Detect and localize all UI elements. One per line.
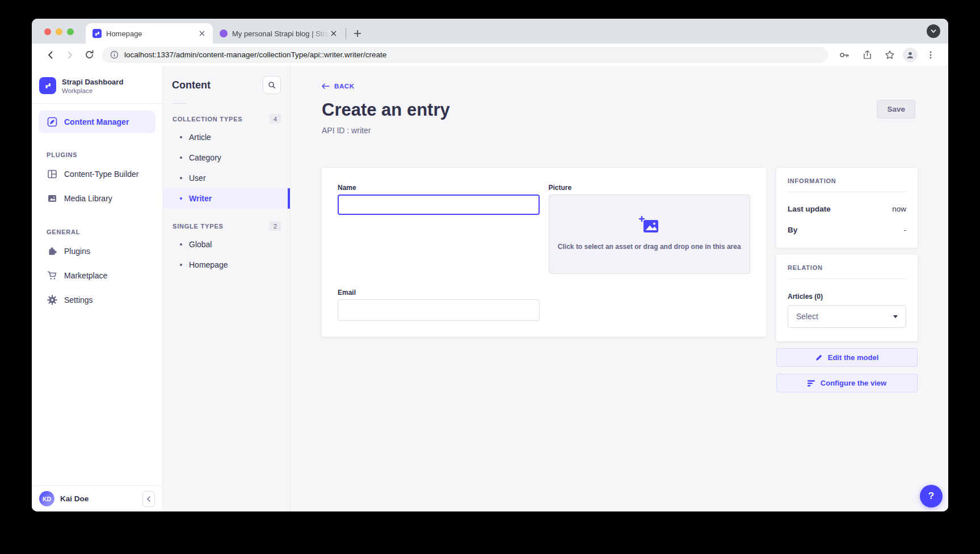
sidebar-item-plugins[interactable]: Plugins xyxy=(39,239,155,263)
last-update-value: now xyxy=(892,205,906,213)
save-button[interactable]: Save xyxy=(877,100,915,119)
name-field-group: Name xyxy=(338,184,540,274)
subnav-item-category[interactable]: Category xyxy=(163,147,290,168)
browser-menu-icon[interactable] xyxy=(921,45,940,65)
share-icon[interactable] xyxy=(857,45,877,65)
edit-model-label: Edit the model xyxy=(828,353,879,362)
subnav-item-label: Article xyxy=(189,133,211,142)
strapi-logo-icon xyxy=(39,77,56,94)
bookmark-star-icon[interactable] xyxy=(880,45,899,65)
sidebar-item-label: Plugins xyxy=(64,247,90,256)
picture-upload-dropzone[interactable]: Click to select an asset or drag and dro… xyxy=(549,194,751,274)
subnav-item-article[interactable]: Article xyxy=(163,127,290,147)
sidebar-item-content-type-builder[interactable]: Content-Type Builder xyxy=(39,162,155,186)
search-icon xyxy=(268,81,276,89)
blog-favicon-icon xyxy=(220,29,228,37)
tab-close-icon[interactable] xyxy=(197,28,207,39)
forward-icon[interactable] xyxy=(60,45,79,65)
sidebar-item-label: Media Library xyxy=(64,194,112,203)
relation-title: RELATION xyxy=(788,264,906,271)
back-link[interactable]: BACK xyxy=(322,83,355,90)
configure-view-button[interactable]: Configure the view xyxy=(776,374,918,392)
bullet-icon xyxy=(180,197,182,200)
last-update-row: Last update now xyxy=(788,205,906,213)
user-bar: KD Kai Doe xyxy=(32,485,162,511)
brand-title: Strapi Dashboard xyxy=(62,78,123,86)
cart-icon xyxy=(47,270,57,281)
information-title: INFORMATION xyxy=(788,177,906,184)
image-icon xyxy=(47,193,57,204)
close-window-button[interactable] xyxy=(44,28,51,35)
articles-select[interactable]: Select xyxy=(788,305,906,328)
relation-card: RELATION Articles (0) Select xyxy=(776,255,918,341)
subnav-item-writer[interactable]: Writer xyxy=(163,188,290,209)
brand[interactable]: Strapi Dashboard Workplace xyxy=(32,66,162,103)
information-card: INFORMATION Last update now By - xyxy=(776,168,918,248)
help-button[interactable]: ? xyxy=(920,485,943,508)
subnav-item-user[interactable]: User xyxy=(163,168,290,188)
tab-title: My personal Strapi blog | Strap xyxy=(232,29,329,38)
subnav-item-label: Global xyxy=(189,240,212,249)
name-label: Name xyxy=(338,184,540,192)
main-sidebar: Strapi Dashboard Workplace Content Manag… xyxy=(32,66,163,511)
configure-view-label: Configure the view xyxy=(821,379,886,387)
subnav-item-label: Homepage xyxy=(189,260,228,269)
pen-icon xyxy=(47,117,57,127)
tab-homepage[interactable]: Homepage xyxy=(86,23,213,44)
content-subnav: Content COLLECTION TYPES 4 Article xyxy=(163,66,291,511)
url-input[interactable]: localhost:1337/admin/content-manager/col… xyxy=(102,47,828,63)
page-title: Create an entry xyxy=(322,100,450,120)
sidebar-item-label: Content-Type Builder xyxy=(64,170,139,179)
subnav-title: Content xyxy=(172,79,211,91)
bullet-icon xyxy=(180,177,182,179)
window-controls[interactable] xyxy=(44,28,74,35)
gear-icon xyxy=(47,295,57,305)
upload-hint-text: Click to select an asset or drag and dro… xyxy=(558,242,741,252)
email-input[interactable] xyxy=(338,299,540,321)
configure-list-icon xyxy=(807,380,815,387)
main-content: BACK Create an entry Save API ID : write… xyxy=(291,66,948,511)
subnav-item-label: User xyxy=(189,174,206,183)
subnav-item-homepage[interactable]: Homepage xyxy=(163,255,290,275)
back-arrow-icon xyxy=(322,83,330,89)
user-avatar[interactable]: KD xyxy=(39,491,54,506)
minimize-window-button[interactable] xyxy=(56,28,62,35)
reload-icon[interactable] xyxy=(79,45,99,65)
new-tab-button[interactable] xyxy=(350,26,365,41)
sidebar-item-label: Marketplace xyxy=(64,271,107,280)
email-field-group: Email xyxy=(338,289,540,321)
password-key-icon[interactable] xyxy=(835,45,854,65)
sidebar-item-media-library[interactable]: Media Library xyxy=(39,186,155,210)
url-text: localhost:1337/admin/content-manager/col… xyxy=(124,50,386,59)
tab-close-icon[interactable] xyxy=(329,28,339,39)
browser-actions xyxy=(835,45,940,65)
browser-window: Homepage My personal Strapi blog | Strap xyxy=(32,19,948,511)
strapi-favicon-icon xyxy=(92,29,102,38)
edit-model-button[interactable]: Edit the model xyxy=(776,348,918,367)
search-tabs-button[interactable] xyxy=(927,24,940,38)
layout-icon xyxy=(47,169,57,179)
sidebar-section-label: PLUGINS xyxy=(47,151,162,158)
last-update-label: Last update xyxy=(788,205,831,213)
puzzle-icon xyxy=(47,246,57,256)
maximize-window-button[interactable] xyxy=(67,28,74,35)
search-button[interactable] xyxy=(263,76,281,94)
pencil-icon xyxy=(815,354,823,361)
tab-separator xyxy=(346,28,346,39)
entry-form-card: Name Picture xyxy=(322,168,766,337)
brand-subtitle: Workplace xyxy=(62,87,123,94)
sidebar-item-content-manager[interactable]: Content Manager xyxy=(39,111,155,133)
select-placeholder: Select xyxy=(796,312,818,321)
site-info-icon[interactable] xyxy=(110,50,119,59)
sidebar-item-settings[interactable]: Settings xyxy=(39,287,155,312)
by-row: By - xyxy=(788,226,906,234)
subnav-item-global[interactable]: Global xyxy=(163,234,290,255)
back-icon[interactable] xyxy=(41,45,60,65)
tab-strapi-blog[interactable]: My personal Strapi blog | Strap xyxy=(213,23,344,44)
name-input[interactable] xyxy=(338,194,540,215)
browser-profile-avatar[interactable] xyxy=(903,48,918,62)
sidebar-item-marketplace[interactable]: Marketplace xyxy=(39,263,155,287)
collapse-sidebar-button[interactable] xyxy=(142,491,155,507)
browser-toolbar: localhost:1337/admin/content-manager/col… xyxy=(32,44,948,66)
articles-relation-label: Articles (0) xyxy=(788,293,906,301)
